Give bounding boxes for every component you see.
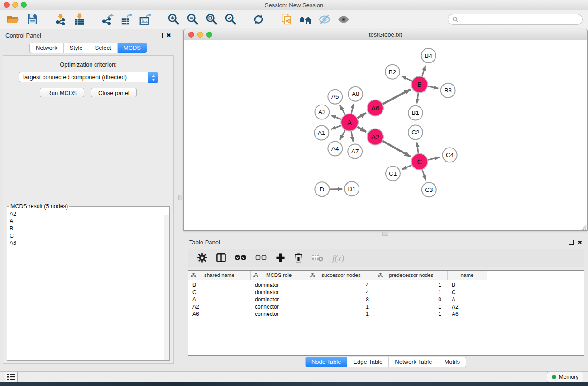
node-B2[interactable]: B2 xyxy=(385,65,400,79)
node-A[interactable]: A xyxy=(341,114,358,131)
tab-style[interactable]: Style xyxy=(64,43,89,53)
deselect-all-button[interactable] xyxy=(255,253,267,263)
node-C1[interactable]: C1 xyxy=(386,166,400,181)
edge-B-B1[interactable] xyxy=(417,93,418,104)
node-C2[interactable]: C2 xyxy=(408,125,423,140)
mcds-result-item[interactable]: B xyxy=(10,225,162,232)
cell-successor-nodes[interactable]: 1 xyxy=(307,304,375,310)
edge-B-B4[interactable] xyxy=(422,66,425,76)
home-views-button[interactable] xyxy=(297,11,314,28)
cell-mcds-role[interactable]: dominator xyxy=(251,289,307,295)
search-field[interactable] xyxy=(448,14,583,25)
close-window-button[interactable] xyxy=(4,2,10,8)
close-view-button[interactable] xyxy=(188,32,194,38)
cell-predecessor-nodes[interactable]: 1 xyxy=(375,304,448,310)
edge-C-C2[interactable] xyxy=(417,143,418,153)
minimize-window-button[interactable] xyxy=(12,2,18,8)
search-input[interactable] xyxy=(459,15,578,23)
edge-A-A2[interactable] xyxy=(358,127,366,132)
node-A2[interactable]: A2 xyxy=(367,129,383,145)
result-list-scrollbar[interactable] xyxy=(164,215,169,360)
clone-network-button[interactable] xyxy=(278,11,295,28)
cell-successor-nodes[interactable]: 8 xyxy=(307,296,375,303)
cell-predecessor-nodes[interactable]: 0 xyxy=(375,296,448,303)
mcds-result-item[interactable]: A xyxy=(10,218,162,225)
cell-predecessor-nodes[interactable]: 1 xyxy=(375,289,448,295)
cell-name[interactable]: A xyxy=(448,296,487,303)
node-D[interactable]: D xyxy=(315,182,329,196)
cell-mcds-role[interactable]: connector xyxy=(251,311,307,317)
edge-A-A3[interactable] xyxy=(331,115,341,119)
task-history-button[interactable] xyxy=(5,372,18,382)
tab-mcds[interactable]: MCDS xyxy=(118,43,147,53)
export-table-button[interactable] xyxy=(118,11,134,28)
cell-successor-nodes[interactable]: 4 xyxy=(307,282,375,288)
column-header-predecessor-nodes[interactable]: predecessor nodes xyxy=(375,271,448,280)
cell-name[interactable]: A2 xyxy=(448,304,487,310)
table-row[interactable]: Adominator80A xyxy=(188,296,584,303)
select-all-button[interactable] xyxy=(235,253,247,263)
horizontal-splitter-grip[interactable] xyxy=(382,232,388,236)
column-header-shared-name[interactable]: shared name xyxy=(188,271,251,280)
table-row[interactable]: Bdominator41B xyxy=(188,281,584,289)
cell-successor-nodes[interactable]: 4 xyxy=(307,289,375,295)
float-table-panel-icon[interactable] xyxy=(569,240,574,245)
network-graph[interactable]: B4B2BB3A5A8A6B1A3AA1A2C2A4A7CC4C1C3DD1 xyxy=(184,40,587,230)
function-builder-button[interactable]: f(x) xyxy=(332,253,344,263)
cell-shared-name[interactable]: C xyxy=(188,289,251,295)
add-column-button[interactable] xyxy=(276,253,285,264)
mcds-result-item[interactable]: A2 xyxy=(10,210,162,218)
run-mcds-button[interactable]: Run MCDS xyxy=(40,88,84,97)
edge-A6-B[interactable] xyxy=(383,90,411,104)
node-A7[interactable]: A7 xyxy=(348,144,362,158)
network-canvas[interactable]: B4B2BB3A5A8A6B1A3AA1A2C2A4A7CC4C1C3DD1 xyxy=(184,40,587,230)
node-D1[interactable]: D1 xyxy=(344,181,359,196)
cell-mcds-role[interactable]: dominator xyxy=(251,282,307,288)
minimize-view-button[interactable] xyxy=(197,32,203,38)
table-row[interactable]: A2connector11A2 xyxy=(188,303,584,310)
zoom-in-button[interactable] xyxy=(165,11,182,28)
edge-A2-C[interactable] xyxy=(383,141,411,157)
memory-button[interactable]: Memory xyxy=(547,372,583,382)
cell-name[interactable]: C xyxy=(448,289,487,295)
node-A4[interactable]: A4 xyxy=(328,141,342,156)
edge-C-C4[interactable] xyxy=(428,157,440,160)
edge-A-A1[interactable] xyxy=(331,126,341,129)
show-columns-button[interactable] xyxy=(216,253,226,265)
edge-B-B3[interactable] xyxy=(428,86,438,89)
zoom-window-button[interactable] xyxy=(21,2,27,8)
node-B1[interactable]: B1 xyxy=(408,106,423,120)
vertical-splitter-grip[interactable] xyxy=(178,195,182,200)
tab-select[interactable]: Select xyxy=(89,43,118,53)
tab-edge-table[interactable]: Edge Table xyxy=(347,357,389,367)
cell-shared-name[interactable]: B xyxy=(188,282,251,288)
resize-grip[interactable] xyxy=(581,224,587,230)
dropdown-stepper[interactable] xyxy=(148,72,158,83)
optimization-criterion-dropdown[interactable]: largest connected component (directed) xyxy=(19,72,158,82)
close-panel-icon[interactable]: ✖ xyxy=(167,33,171,38)
edge-A-A4[interactable] xyxy=(340,130,345,140)
mcds-result-item[interactable]: A6 xyxy=(10,239,162,247)
node-B4[interactable]: B4 xyxy=(421,48,436,63)
cell-shared-name[interactable]: A xyxy=(188,296,251,303)
open-session-button[interactable] xyxy=(5,11,21,28)
cell-shared-name[interactable]: A6 xyxy=(188,311,251,317)
cell-successor-nodes[interactable]: 1 xyxy=(307,311,375,317)
node-A5[interactable]: A5 xyxy=(328,90,342,104)
zoom-out-button[interactable] xyxy=(184,11,201,28)
mcds-result-item[interactable]: C xyxy=(10,232,162,239)
node-A6[interactable]: A6 xyxy=(367,100,383,116)
save-session-button[interactable] xyxy=(24,11,40,28)
delete-table-button[interactable] xyxy=(312,253,324,264)
cell-predecessor-nodes[interactable]: 1 xyxy=(375,311,448,317)
tab-node-table[interactable]: Node Table xyxy=(306,357,348,367)
edge-C-C3[interactable] xyxy=(422,170,426,180)
column-header-mcds-role[interactable]: MCDS role xyxy=(251,271,307,280)
cell-mcds-role[interactable]: connector xyxy=(251,304,307,310)
table-row[interactable]: A6connector11A6 xyxy=(188,310,584,318)
table-row[interactable]: Cdominator41C xyxy=(188,289,584,296)
cell-name[interactable]: B xyxy=(448,282,487,288)
edge-A-A6[interactable] xyxy=(358,113,366,118)
node-A8[interactable]: A8 xyxy=(348,87,363,101)
tab-network-table[interactable]: Network Table xyxy=(389,357,438,367)
